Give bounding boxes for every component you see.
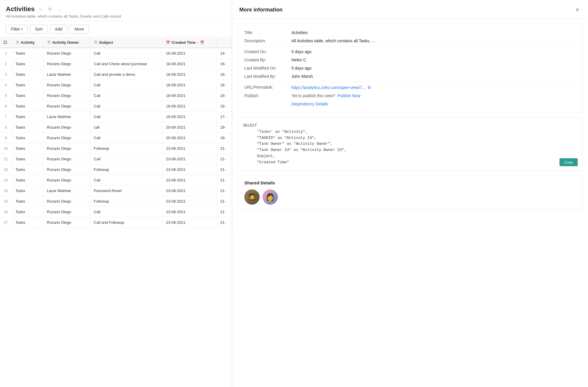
cell-created-time: 23-08-2021: [162, 164, 216, 175]
close-panel-button[interactable]: ×: [574, 6, 581, 14]
table-row[interactable]: 12 Tasks Rozario Diego Followup 23-08-20…: [0, 164, 232, 175]
sql-card: SELECT 'Tasks' as "Activity", "TASKID" a…: [238, 118, 582, 171]
url-value[interactable]: https://analytics.zoho.com/open-view/7..…: [291, 85, 365, 90]
cell-owner: Rozario Diego: [43, 101, 90, 112]
description-value: All Activities table, which contains all…: [291, 38, 576, 43]
activities-table: ☐ T Activity T Activity Owner: [0, 37, 232, 228]
last-modified-on-row: Last Modified On: 5 days ago: [244, 64, 576, 72]
title-label: Title:: [244, 30, 291, 35]
cell-owner: Rozario Diego: [43, 164, 90, 175]
table-row[interactable]: 5 Tasks Rozario Diego Call 18-08-2021 16…: [0, 90, 232, 101]
cell-owner: Lazar Mathew: [43, 69, 90, 80]
cell-activity: Tasks: [12, 196, 43, 207]
cell-activity: Tasks: [12, 80, 43, 90]
avatar-1[interactable]: 🧔: [244, 189, 260, 205]
table-row[interactable]: 14 Tasks Lazar Mathew Password Reset 23-…: [0, 186, 232, 196]
cell-activity: Tasks: [12, 101, 43, 112]
table-row[interactable]: 17 Tasks Rozario Diego Call and Followup…: [0, 217, 232, 228]
cell-extra: 21-: [216, 196, 232, 207]
sql-content: SELECT 'Tasks' as "Activity", "TASKID" a…: [243, 123, 577, 166]
cell-extra: 16-: [216, 69, 232, 80]
cell-activity: Tasks: [12, 143, 43, 154]
col-header-created-time[interactable]: 📅 Created Time ↓ 📅: [162, 37, 216, 48]
publish-now-button[interactable]: Publish Now: [338, 93, 360, 98]
left-panel: Activities ☆ ↻ ⋮ All Activities table, w…: [0, 0, 232, 387]
cell-subject: Call and Followup: [90, 217, 162, 228]
cell-created-time: 16-08-2021: [162, 48, 216, 59]
row-num: 15: [0, 196, 12, 207]
created-on-value: 5 days ago: [291, 49, 576, 54]
table-row[interactable]: 9 Tasks Rozario Diego Call 20-08-2021 18…: [0, 133, 232, 143]
copy-sql-button[interactable]: Copy: [559, 158, 578, 166]
cell-subject: Call: [90, 48, 162, 59]
cell-extra: 21-: [216, 217, 232, 228]
cell-subject: Call: [90, 133, 162, 143]
row-num: 16: [0, 207, 12, 217]
avatar-2[interactable]: 👩: [263, 189, 278, 205]
cell-extra: 18-: [216, 122, 232, 133]
add-label: Add: [55, 27, 62, 31]
dependency-row: Dependency Details: [244, 100, 576, 108]
table-row[interactable]: 6 Tasks Rozario Diego Call 18-08-2021 16…: [0, 101, 232, 112]
cell-activity: Tasks: [12, 90, 43, 101]
table-row[interactable]: 11 Tasks Rozario Diego Call` 23-08-2021 …: [0, 154, 232, 164]
info-card: Title: Activities Description: All Activ…: [238, 23, 582, 113]
favorite-button[interactable]: ☆: [38, 6, 44, 13]
cell-subject: Followup: [90, 143, 162, 154]
table-row[interactable]: 16 Tasks Rozario Diego Call 23-08-2021 2…: [0, 207, 232, 217]
row-num: 14: [0, 186, 12, 196]
table-row[interactable]: 13 Tasks Rozario Diego Call 23-08-2021 2…: [0, 175, 232, 186]
created-by-label: Created By:: [244, 58, 291, 62]
cell-extra: 16-: [216, 90, 232, 101]
col-header-extra: [216, 37, 232, 48]
cell-subject: Password Reset: [90, 186, 162, 196]
table-row[interactable]: 2 Tasks Rozario Diego Call and Check abo…: [0, 59, 232, 69]
avatars-row: 🧔 👩: [244, 189, 576, 205]
cell-activity: Tasks: [12, 122, 43, 133]
row-num: 4: [0, 80, 12, 90]
col-header-activity[interactable]: T Activity: [12, 37, 43, 48]
col-header-subject[interactable]: T Subject: [90, 37, 162, 48]
sort-button[interactable]: Sort: [30, 25, 48, 33]
row-num: 3: [0, 69, 12, 80]
cell-created-time: 20-08-2021: [162, 133, 216, 143]
row-num: 6: [0, 101, 12, 112]
url-label: URL/Permalink:: [244, 85, 291, 90]
table-row[interactable]: 4 Tasks Rozario Diego Call 18-08-2021 16…: [0, 80, 232, 90]
col-header-owner[interactable]: T Activity Owner: [43, 37, 90, 48]
col-label-subject: Subject: [99, 40, 113, 45]
title-row: Title: Activities: [244, 28, 576, 37]
row-num: 9: [0, 133, 12, 143]
last-modified-on-label: Last Modified On:: [244, 66, 291, 70]
row-num: 8: [0, 122, 12, 133]
cell-activity: Tasks: [12, 69, 43, 80]
filter-button[interactable]: Filter ▾: [6, 25, 28, 33]
url-copy-icon[interactable]: ⧉: [368, 85, 371, 90]
filter-dropdown-arrow: ▾: [21, 28, 23, 31]
created-on-label: Created On:: [244, 49, 291, 54]
cell-owner: Rozario Diego: [43, 196, 90, 207]
more-options-button[interactable]: ⋮: [56, 6, 63, 13]
right-panel: More information × Title: Activities Des…: [232, 0, 588, 387]
cell-subject: Call: [90, 175, 162, 186]
table-row[interactable]: 3 Tasks Lazar Mathew Call and provide a …: [0, 69, 232, 80]
cell-owner: Rozario Diego: [43, 80, 90, 90]
last-modified-on-value: 5 days ago: [291, 66, 576, 70]
table-row[interactable]: 7 Tasks Lazar Mathew Call 19-08-2021 17-: [0, 112, 232, 122]
cell-subject: Call: [90, 207, 162, 217]
col-label-activity: Activity: [21, 40, 35, 45]
calendar-icon: 📅: [166, 41, 170, 45]
cell-activity: Tasks: [12, 217, 43, 228]
table-body: 1 Tasks Rozario Diego Call 16-08-2021 14…: [0, 48, 232, 228]
table-row[interactable]: 10 Tasks Rozario Diego Followup 23-08-20…: [0, 143, 232, 154]
last-modified-by-value: John Marsh: [291, 74, 576, 79]
more-button[interactable]: More: [70, 25, 89, 33]
table-row[interactable]: 15 Tasks Rozario Diego Followup 23-08-20…: [0, 196, 232, 207]
refresh-button[interactable]: ↻: [47, 6, 53, 13]
cell-created-time: 23-08-2021: [162, 217, 216, 228]
add-button[interactable]: Add: [50, 25, 67, 33]
row-num: 2: [0, 59, 12, 69]
table-row[interactable]: 1 Tasks Rozario Diego Call 16-08-2021 14…: [0, 48, 232, 59]
table-row[interactable]: 8 Tasks Rozario Diego call 20-08-2021 18…: [0, 122, 232, 133]
dependency-details-link[interactable]: Dependency Details: [291, 102, 576, 106]
